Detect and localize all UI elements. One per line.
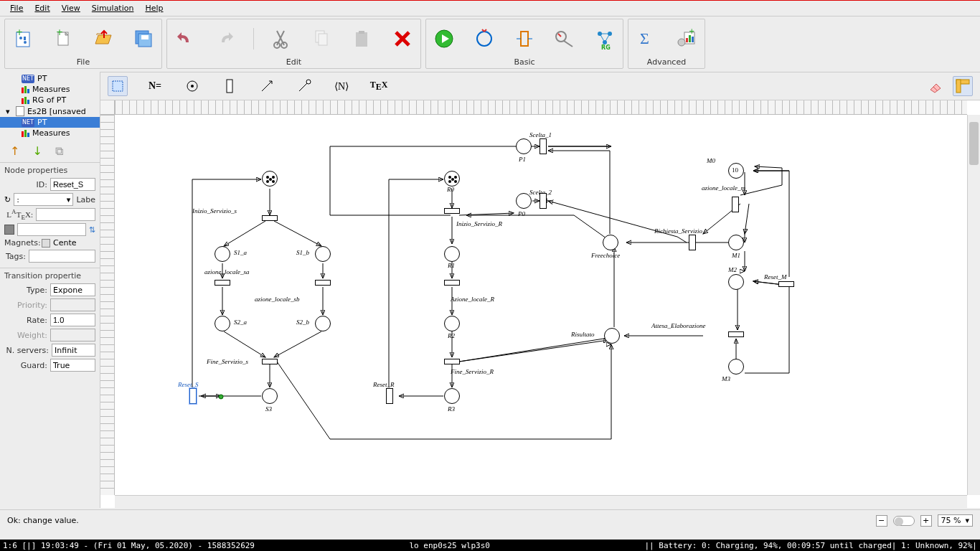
transition[interactable] — [444, 280, 460, 286]
transition[interactable] — [540, 193, 547, 209]
place-m0[interactable]: 10 — [728, 163, 744, 179]
transition[interactable] — [386, 388, 393, 404]
tree-sel-pt[interactable]: NETPT — [0, 117, 100, 128]
place-s3[interactable] — [262, 388, 278, 404]
tool-measure-button[interactable] — [552, 27, 577, 51]
redo-button[interactable] — [213, 27, 237, 51]
transition[interactable] — [689, 235, 696, 250]
menu-edit[interactable]: Edit — [29, 2, 55, 14]
copy-page-button[interactable]: ⧉ — [55, 144, 63, 158]
tree-measures[interactable]: Measures — [0, 84, 100, 95]
zoom-combo[interactable]: 75 %▾ — [938, 514, 973, 527]
tree-rg[interactable]: RG of PT — [0, 95, 100, 105]
scrollbar-horizontal[interactable] — [115, 495, 967, 508]
svg-point-74 — [448, 176, 451, 179]
place-m2[interactable] — [728, 274, 744, 290]
place-s1a[interactable] — [215, 246, 230, 262]
nservers-combo[interactable]: Infinit — [52, 344, 95, 357]
color-icon[interactable] — [4, 225, 14, 235]
guard-combo[interactable]: True — [50, 359, 95, 372]
ruler-toggle-button[interactable] — [953, 76, 973, 96]
tool-trans-button[interactable] — [512, 27, 537, 51]
ruler-horizontal[interactable] — [115, 100, 967, 115]
tool-token-button[interactable] — [472, 27, 496, 51]
type-combo[interactable]: Expone — [50, 283, 95, 296]
move-down-button[interactable]: ↓ — [32, 144, 42, 158]
transition[interactable] — [728, 331, 744, 337]
tree-project[interactable]: ▾Es2B [unsaved — [0, 105, 100, 117]
delete-button[interactable] — [390, 27, 415, 51]
inhibitor-tool-button[interactable] — [294, 76, 314, 96]
save-all-button[interactable] — [131, 27, 156, 51]
new-page-button[interactable]: + — [51, 27, 75, 51]
copy-button[interactable] — [310, 27, 334, 51]
sigma-button[interactable]: Σ — [634, 27, 659, 51]
transition[interactable] — [262, 359, 278, 364]
place-p1[interactable] — [516, 138, 532, 154]
transition[interactable] — [778, 281, 794, 287]
latex-input[interactable] — [36, 208, 95, 221]
scrollbar-vertical[interactable] — [967, 115, 980, 495]
tex-button[interactable]: TEX — [369, 76, 389, 96]
place-s0[interactable] — [262, 171, 278, 187]
select-tool-button[interactable] — [108, 76, 128, 96]
arc-tool-button[interactable] — [257, 76, 277, 96]
place-s2b[interactable] — [315, 316, 331, 331]
transition[interactable] — [444, 208, 460, 214]
petri-net-canvas[interactable]: Inizio_Servizio_s S1_a S1_b azione_local… — [115, 115, 967, 495]
open-button[interactable] — [91, 27, 116, 51]
neq-button[interactable]: N= — [145, 76, 165, 96]
eraser-button[interactable] — [925, 76, 946, 96]
rotate-icon[interactable]: ↻ — [4, 195, 11, 204]
zoom-fit-toggle[interactable] — [893, 516, 915, 526]
transition[interactable] — [732, 197, 739, 212]
rotate-combo[interactable]: :▾ — [14, 193, 73, 206]
spinner-icon[interactable]: ⇅ — [89, 225, 95, 235]
zoom-out-button[interactable]: − — [876, 515, 887, 527]
rate-input[interactable] — [50, 314, 95, 326]
paste-button[interactable] — [350, 27, 374, 51]
color-input[interactable] — [17, 223, 86, 236]
cut-button[interactable] — [270, 27, 294, 51]
place-s1b[interactable] — [315, 246, 331, 262]
place-tool-button[interactable] — [182, 76, 202, 96]
sysbar-left: 1:6 [|] 19:03:49 - (Fri 01 May, 05.2020)… — [3, 541, 255, 550]
place-r3[interactable] — [444, 388, 460, 404]
transition-tool-button[interactable] — [220, 76, 240, 96]
zoom-in-button[interactable]: + — [920, 515, 932, 527]
transition-reset-s[interactable] — [189, 388, 197, 404]
transition[interactable] — [444, 359, 460, 364]
menu-help[interactable]: Help — [139, 2, 169, 14]
transition[interactable] — [215, 280, 230, 286]
tree-measures2[interactable]: Measures — [0, 128, 100, 138]
place-r2[interactable] — [444, 316, 460, 331]
new-net-button[interactable]: + — [11, 27, 35, 51]
menu-file[interactable]: File — [4, 2, 29, 14]
chart-config-button[interactable]: + — [674, 27, 699, 51]
nbracket-button[interactable]: ⟨N⟩ — [331, 76, 352, 96]
place-freechoice[interactable] — [603, 235, 618, 250]
tags-input[interactable] — [29, 250, 95, 263]
place-r1[interactable] — [444, 246, 460, 262]
place-s2a[interactable] — [215, 316, 230, 331]
move-up-button[interactable]: ↑ — [10, 144, 19, 158]
place-risultato[interactable] — [604, 328, 620, 344]
undo-button[interactable] — [173, 27, 197, 51]
play-button[interactable] — [432, 27, 456, 51]
place-m3[interactable] — [728, 359, 744, 375]
place-m1[interactable] — [728, 235, 744, 250]
label: P0 — [518, 211, 525, 217]
id-input[interactable] — [50, 178, 95, 191]
project-tree[interactable]: NETPT Measures RG of PT ▾Es2B [unsaved N… — [0, 72, 100, 140]
tool-rg-button[interactable]: RG — [593, 27, 617, 51]
transition[interactable] — [540, 138, 547, 154]
place-p0[interactable] — [516, 193, 532, 209]
ruler-vertical[interactable] — [100, 115, 115, 495]
transition[interactable] — [262, 215, 278, 221]
tree-pt[interactable]: NETPT — [0, 73, 100, 84]
magnet-check[interactable] — [42, 239, 50, 248]
menu-simulation[interactable]: Simulation — [86, 2, 140, 14]
place-r0[interactable] — [444, 171, 460, 187]
transition[interactable] — [315, 280, 331, 286]
menu-view[interactable]: View — [56, 2, 86, 14]
